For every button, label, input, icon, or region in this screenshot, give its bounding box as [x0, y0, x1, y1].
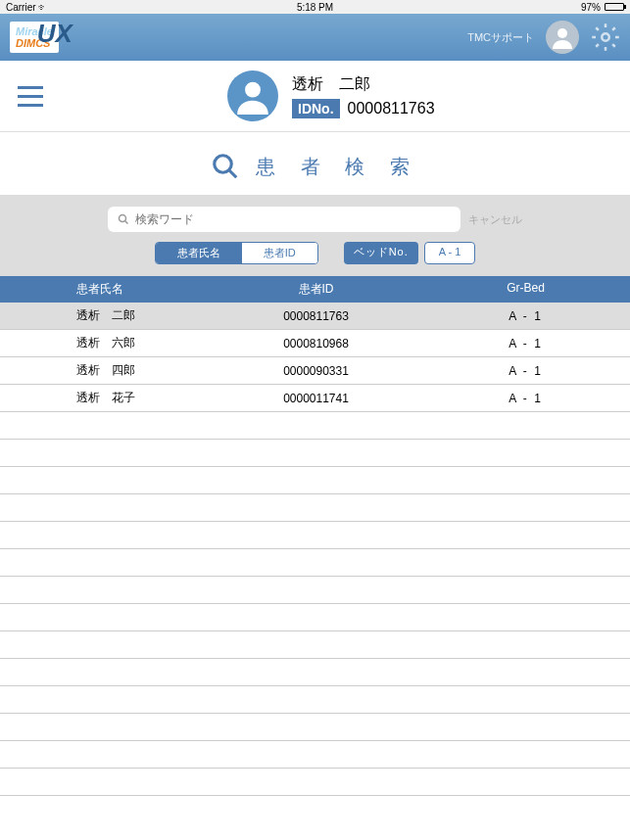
- cell-bed: A - 1: [421, 337, 630, 350]
- col-id: 患者ID: [211, 281, 421, 298]
- table-row[interactable]: 透析 花子0000011741A - 1: [0, 385, 630, 412]
- cell-id: 0000811763: [211, 309, 421, 323]
- cell-name: 透析 二郎: [0, 307, 211, 324]
- table-body: 透析 二郎0000811763A - 1透析 六郎0000810968A - 1…: [0, 303, 630, 796]
- patient-avatar-icon: [227, 70, 278, 121]
- svg-line-4: [229, 170, 237, 178]
- status-bar: Carrier ᯤ 5:18 PM 97%: [0, 0, 630, 14]
- table-row: [0, 604, 630, 631]
- cell-bed: A - 1: [421, 392, 630, 405]
- cell-name: 透析 花子: [0, 390, 211, 406]
- col-bed: Gr-Bed: [421, 281, 630, 298]
- search-icon: [211, 152, 240, 181]
- svg-point-0: [557, 28, 567, 38]
- cell-name: 透析 四郎: [0, 362, 211, 379]
- tmc-support-link[interactable]: TMCサポート: [467, 30, 534, 45]
- bed-number-select[interactable]: A - 1: [424, 242, 476, 264]
- table-row: [0, 412, 630, 440]
- search-input[interactable]: [135, 212, 451, 226]
- table-row[interactable]: 透析 二郎0000811763A - 1: [0, 303, 630, 330]
- menu-icon[interactable]: [12, 80, 49, 113]
- battery-icon: [605, 3, 624, 11]
- table-row: [0, 659, 630, 686]
- table-header: 患者氏名 患者ID Gr-Bed: [0, 276, 630, 303]
- cancel-button[interactable]: キャンセル: [468, 212, 522, 227]
- settings-icon[interactable]: [591, 23, 620, 52]
- table-row: [0, 467, 630, 494]
- carrier: Carrier ᯤ: [6, 2, 48, 13]
- page-title: 患 者 検 索: [256, 154, 419, 180]
- svg-point-3: [215, 156, 232, 173]
- table-row[interactable]: 透析 六郎0000810968A - 1: [0, 330, 630, 357]
- user-avatar-icon[interactable]: [546, 21, 579, 54]
- patient-id: 0000811763: [348, 100, 435, 117]
- cell-bed: A - 1: [421, 309, 630, 323]
- table-row: [0, 440, 630, 467]
- svg-point-1: [602, 33, 609, 41]
- clock: 5:18 PM: [297, 2, 333, 13]
- seg-patient-name[interactable]: 患者氏名: [156, 243, 242, 263]
- svg-point-2: [245, 82, 261, 98]
- table-row: [0, 769, 630, 796]
- table-row[interactable]: 透析 四郎0000090331A - 1: [0, 357, 630, 385]
- idno-badge: IDNo.: [292, 99, 340, 118]
- cell-bed: A - 1: [421, 364, 630, 378]
- search-input-icon: [118, 213, 129, 225]
- seg-patient-id[interactable]: 患者ID: [242, 243, 317, 263]
- bed-number-label: ベッドNo.: [344, 242, 418, 264]
- table-row: [0, 631, 630, 659]
- cell-id: 0000810968: [211, 337, 421, 350]
- search-type-segment: 患者氏名 患者ID: [155, 242, 318, 264]
- svg-point-5: [120, 215, 126, 222]
- svg-line-6: [125, 221, 128, 224]
- table-row: [0, 741, 630, 769]
- cell-name: 透析 六郎: [0, 335, 211, 351]
- table-row: [0, 686, 630, 714]
- table-row: [0, 494, 630, 522]
- cell-id: 0000011741: [211, 392, 421, 405]
- search-box[interactable]: [108, 207, 460, 232]
- current-patient: 透析 二郎 IDNo. 0000811763: [227, 70, 435, 121]
- page-title-row: 患 者 検 索: [0, 132, 630, 195]
- top-bar: Miracle DIMCS UX TMCサポート: [0, 14, 630, 61]
- table-row: [0, 549, 630, 577]
- table-row: [0, 522, 630, 549]
- battery-group: 97%: [581, 2, 624, 13]
- cell-id: 0000090331: [211, 364, 421, 378]
- patient-name: 透析 二郎: [292, 74, 435, 95]
- table-row: [0, 714, 630, 741]
- sub-header: 透析 二郎 IDNo. 0000811763: [0, 61, 630, 132]
- app-logo: Miracle DIMCS UX: [10, 22, 59, 53]
- col-name: 患者氏名: [0, 281, 211, 298]
- table-row: [0, 577, 630, 604]
- search-panel: キャンセル 患者氏名 患者ID ベッドNo. A - 1: [0, 195, 630, 276]
